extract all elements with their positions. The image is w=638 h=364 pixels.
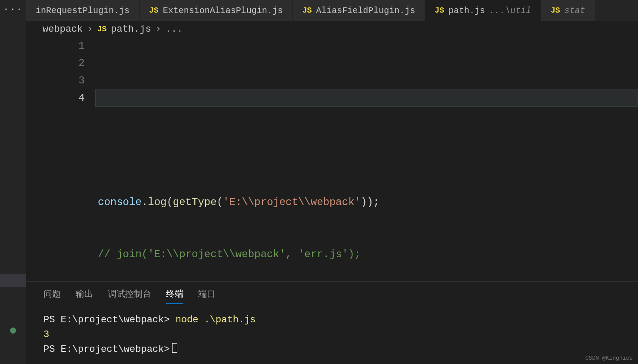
tab-label: inRequestPlugin.js: [36, 6, 130, 16]
js-icon: JS: [149, 6, 159, 15]
tab-label: path.js: [449, 6, 485, 16]
tab-label: ExtensionAliasPlugin.js: [163, 6, 283, 16]
cursor-icon: [172, 343, 177, 353]
terminal[interactable]: PS E:\project\webpack> node .\path.js 3 …: [26, 304, 638, 364]
code-line-3[interactable]: console.log(getType('E:\\project\\webpac…: [98, 194, 638, 211]
more-icon[interactable]: ···: [0, 4, 26, 15]
line-gutter: 1 2 3 4: [26, 37, 98, 281]
tab-label: AliasFieldPlugin.js: [316, 6, 415, 16]
editor-tabs: inRequestPlugin.js JS ExtensionAliasPlug…: [26, 0, 638, 21]
tab-inrequestplugin[interactable]: inRequestPlugin.js: [26, 0, 140, 21]
tab-aliasfieldplugin[interactable]: JS AliasFieldPlugin.js: [293, 0, 425, 21]
main-area: inRequestPlugin.js JS ExtensionAliasPlug…: [26, 0, 638, 364]
code-line-2[interactable]: [98, 142, 638, 159]
code-line-4[interactable]: // join('E:\\project\\webpack', 'err.js'…: [98, 246, 638, 263]
tab-path-dir: ...\util: [489, 6, 531, 16]
terminal-line: PS E:\project\webpack> node .\path.js: [43, 313, 621, 328]
breadcrumb-root[interactable]: webpack: [43, 24, 83, 35]
chevron-right-icon: ›: [87, 24, 93, 35]
line-number-current: 4: [26, 89, 85, 107]
current-line-highlight: [95, 89, 638, 107]
line-number: 2: [26, 55, 85, 72]
js-icon: JS: [435, 6, 444, 15]
js-icon: JS: [97, 25, 107, 33]
line-number: 3: [26, 72, 85, 89]
tab-path-active[interactable]: JS path.js ...\util: [425, 0, 541, 21]
panel-tab-output[interactable]: 输出: [76, 288, 93, 304]
js-icon: JS: [302, 6, 312, 15]
js-icon: JS: [551, 6, 560, 15]
chevron-right-icon: ›: [156, 24, 161, 35]
terminal-prompt[interactable]: PS E:\project\webpack>: [43, 342, 621, 357]
tab-stat[interactable]: JS stat: [541, 0, 595, 21]
activity-tab-marker: [0, 274, 26, 287]
line-number: 1: [26, 37, 85, 55]
breadcrumb-file[interactable]: path.js: [111, 24, 151, 35]
activity-bar: ···: [0, 0, 26, 364]
code-editor[interactable]: 1 2 3 4 const { join, getType, normalize…: [26, 37, 638, 281]
run-indicator: [0, 328, 26, 334]
tab-extensionaliasplugin[interactable]: JS ExtensionAliasPlugin.js: [140, 0, 293, 21]
breadcrumb[interactable]: webpack › JS path.js › ...: [26, 21, 638, 37]
tab-label: stat: [565, 6, 585, 16]
breadcrumb-tail[interactable]: ...: [166, 24, 183, 35]
code-area[interactable]: const { join, getType, normalize } = req…: [98, 37, 638, 281]
panel-tab-problems[interactable]: 问题: [43, 288, 61, 304]
watermark: CSDN @Kinghiee: [585, 355, 633, 361]
terminal-output: 3: [43, 328, 621, 342]
running-dot-icon: [10, 328, 16, 334]
